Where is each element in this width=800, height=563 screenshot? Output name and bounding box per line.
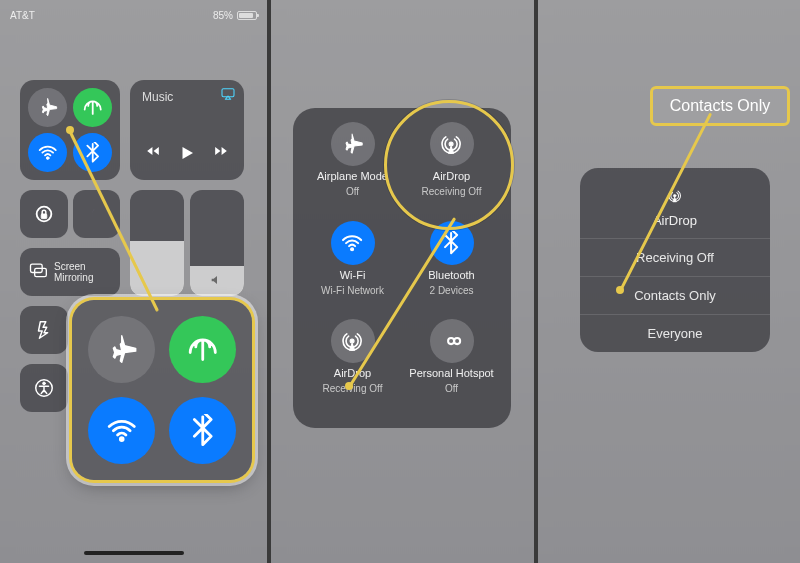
airplay-icon[interactable]	[220, 86, 236, 106]
accessibility-icon	[20, 364, 68, 412]
airdrop-menu-title: AirDrop	[653, 213, 697, 228]
zoom-airplane-icon	[88, 316, 155, 383]
highlight-pill-label: Contacts Only	[670, 97, 770, 114]
airdrop-option-everyone[interactable]: Everyone	[580, 314, 770, 352]
hotspot-status: Off	[445, 383, 458, 394]
zoom-cellular-icon	[169, 316, 236, 383]
home-indicator	[84, 551, 184, 555]
music-tile[interactable]: Music	[130, 80, 244, 180]
airdrop-icon	[661, 182, 689, 210]
orientation-lock-icon	[20, 190, 68, 238]
zoom-bluetooth-icon	[169, 397, 236, 464]
music-play-button[interactable]	[178, 144, 196, 166]
bluetooth-status: 2 Devices	[430, 285, 474, 296]
zoom-callout-connectivity	[72, 300, 252, 480]
music-prev-button[interactable]	[146, 144, 160, 166]
speaker-icon	[190, 272, 244, 288]
wifi-title: Wi-Fi	[340, 269, 366, 281]
airplane-mode-cell[interactable]: Airplane Mode Off	[303, 122, 402, 221]
flashlight-tile[interactable]	[20, 306, 68, 354]
airplane-toggle[interactable]	[28, 88, 67, 127]
airdrop-options-menu: AirDrop Receiving Off Contacts Only Ever…	[580, 168, 770, 352]
sun-icon	[130, 272, 184, 288]
wifi-icon	[331, 221, 375, 265]
wifi-toggle[interactable]	[28, 133, 67, 172]
status-bar: AT&T 85%	[10, 10, 257, 21]
airplane-icon	[331, 122, 375, 166]
highlight-pill-contacts-only: Contacts Only	[650, 86, 790, 126]
battery-percent-label: 85%	[213, 10, 233, 21]
airdrop-title: AirDrop	[433, 170, 470, 182]
airdrop-option-receiving-off[interactable]: Receiving Off	[580, 238, 770, 276]
bluetooth-title: Bluetooth	[428, 269, 474, 281]
screen-mirroring-icon	[28, 260, 48, 284]
battery-icon	[237, 11, 257, 20]
bluetooth-cell[interactable]: Bluetooth 2 Devices	[402, 221, 501, 320]
volume-slider[interactable]	[190, 190, 244, 296]
wifi-status: Wi-Fi Network	[321, 285, 384, 296]
airdrop-icon	[331, 319, 375, 363]
control-center-panel: AT&T 85% Music Screen Mirroring	[0, 0, 267, 563]
airdrop-status: Receiving Off	[323, 383, 383, 394]
airplane-title: Airplane Mode	[317, 170, 388, 182]
brightness-slider[interactable]	[130, 190, 184, 296]
orientation-lock-tile[interactable]	[20, 190, 68, 238]
screen-mirroring-label: Screen Mirroring	[54, 261, 112, 283]
music-next-button[interactable]	[214, 144, 228, 166]
airdrop-option-contacts-only[interactable]: Contacts Only	[580, 276, 770, 314]
airdrop-cell[interactable]: AirDrop Receiving Off	[303, 319, 402, 418]
moon-icon	[73, 190, 120, 238]
airplane-status: Off	[346, 186, 359, 197]
connectivity-expanded-card: Airplane Mode Off AirDrop Receiving Off …	[293, 108, 511, 428]
hotspot-icon	[430, 319, 474, 363]
wifi-cell[interactable]: Wi-Fi Wi-Fi Network	[303, 221, 402, 320]
airdrop-cell-top[interactable]: AirDrop Receiving Off	[402, 122, 501, 221]
music-title: Music	[142, 90, 173, 104]
screen-mirroring-tile[interactable]: Screen Mirroring	[20, 248, 120, 296]
zoom-wifi-icon	[88, 397, 155, 464]
bluetooth-toggle[interactable]	[73, 133, 112, 172]
airdrop-menu-panel: Contacts Only AirDrop Receiving Off Cont…	[538, 0, 800, 563]
hotspot-title: Personal Hotspot	[409, 367, 493, 379]
flashlight-icon	[20, 306, 68, 354]
accessibility-tile[interactable]	[20, 364, 68, 412]
airdrop-options-header: AirDrop	[580, 168, 770, 238]
do-not-disturb-tile[interactable]	[73, 190, 120, 238]
carrier-label: AT&T	[10, 10, 35, 21]
hotspot-cell[interactable]: Personal Hotspot Off	[402, 319, 501, 418]
airdrop-status: Receiving Off	[422, 186, 482, 197]
connectivity-tile[interactable]	[20, 80, 120, 180]
airdrop-title: AirDrop	[334, 367, 371, 379]
bluetooth-icon	[430, 221, 474, 265]
connectivity-expanded-panel: Airplane Mode Off AirDrop Receiving Off …	[271, 0, 534, 563]
cellular-toggle[interactable]	[73, 88, 112, 127]
airdrop-icon	[430, 122, 474, 166]
